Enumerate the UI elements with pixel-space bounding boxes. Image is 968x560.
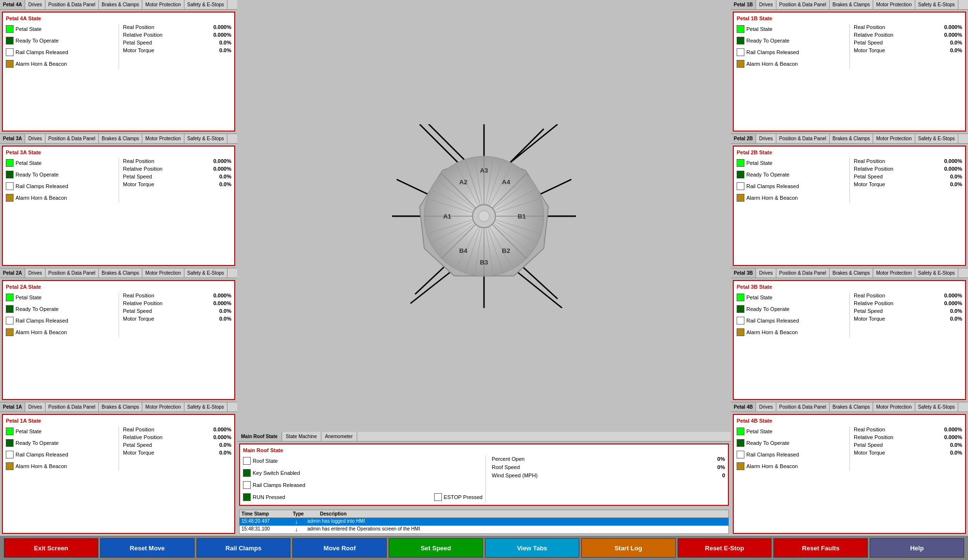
tab-safety-2b[interactable]: Safety & E-Stops xyxy=(915,134,958,143)
tab-drives-2a[interactable]: Drives xyxy=(25,268,45,278)
petal-speed-row-1b: Petal Speed 0.0% xyxy=(854,40,962,45)
tab-safety-3b[interactable]: Safety & E-Stops xyxy=(915,268,958,278)
petal-speed-label-3a: Petal Speed xyxy=(123,174,152,179)
tab-safety-1b[interactable]: Safety & E-Stops xyxy=(915,0,958,9)
alarm-horn-row-2b: Alarm Horn & Beacon xyxy=(737,193,849,203)
tab-petal-4a[interactable]: Petal 4A xyxy=(0,0,25,9)
view-tabs-button[interactable]: View Tabs xyxy=(485,538,579,558)
log-header: Time Stamp Type Description xyxy=(240,510,728,518)
petal-state-indicator-2a xyxy=(6,294,14,301)
telescope-diagram: A3 A2 A4 A1 B1 B4 B2 B3 xyxy=(392,124,576,308)
log-row-1[interactable]: 15:48:20.497 ↓ admin has logged into HMI xyxy=(240,518,728,526)
motor-torque-val-2a: 0.0% xyxy=(207,316,231,322)
tab-drives-2b[interactable]: Drives xyxy=(756,134,776,143)
tab-drives-1a[interactable]: Drives xyxy=(25,402,45,412)
rail-clamps-label-2b: Rail Clamps Released xyxy=(746,183,799,189)
set-speed-button[interactable]: Set Speed xyxy=(389,538,483,558)
rail-clamps-label-3b: Rail Clamps Released xyxy=(746,318,799,324)
petal-speed-val-1b: 0.0% xyxy=(938,40,962,45)
petal-state-indicator-1b xyxy=(737,25,744,33)
tab-safety-1a[interactable]: Safety & E-Stops xyxy=(184,402,227,412)
tab-petal-4b[interactable]: Petal 4B xyxy=(731,402,756,412)
petal-1b-grid: Petal State Ready To Operate Rail Clamps… xyxy=(737,24,962,69)
tab-motor-3a[interactable]: Motor Protection xyxy=(142,134,184,143)
tab-safety-4a[interactable]: Safety & E-Stops xyxy=(184,0,227,9)
petal-1b-tabs: Petal 1B Drives Position & Data Panel Br… xyxy=(731,0,968,10)
help-button[interactable]: Help xyxy=(870,538,964,558)
tab-safety-2a[interactable]: Safety & E-Stops xyxy=(184,268,227,278)
tab-motor-2b[interactable]: Motor Protection xyxy=(873,134,915,143)
tab-position-2b[interactable]: Position & Data Panel xyxy=(776,134,830,143)
alarm-horn-label-2a: Alarm Horn & Beacon xyxy=(15,329,67,335)
move-roof-button[interactable]: Move Roof xyxy=(292,538,387,558)
petal-3a-title: Petal 3A State xyxy=(6,149,231,155)
tab-drives-3b[interactable]: Drives xyxy=(756,268,776,278)
tab-petal-3b[interactable]: Petal 3B xyxy=(731,268,756,278)
real-pos-row-3b: Real Position 0.000% xyxy=(854,293,962,298)
rail-clamps-label-4a: Rail Clamps Released xyxy=(15,49,68,55)
motor-torque-label-3b: Motor Torque xyxy=(854,316,885,322)
reset-move-button[interactable]: Reset Move xyxy=(100,538,195,558)
tab-motor-1b[interactable]: Motor Protection xyxy=(873,0,915,9)
petal-speed-label-2b: Petal Speed xyxy=(854,174,883,179)
ready-operate-label-4b: Ready To Operate xyxy=(746,440,789,446)
petal-1a-title: Petal 1A State xyxy=(6,418,231,424)
tab-position-2a[interactable]: Position & Data Panel xyxy=(45,268,99,278)
tab-motor-4a[interactable]: Motor Protection xyxy=(142,0,184,9)
tab-brakes-1b[interactable]: Brakes & Clamps xyxy=(830,0,873,9)
tab-position-4b[interactable]: Position & Data Panel xyxy=(776,402,830,412)
rel-pos-row-3a: Relative Position 0.000% xyxy=(123,166,231,172)
rel-pos-val-2a: 0.000% xyxy=(207,300,231,306)
rel-pos-label-4b: Relative Position xyxy=(854,434,893,440)
ready-operate-row-1b: Ready To Operate xyxy=(737,36,849,45)
tab-position-4a[interactable]: Position & Data Panel xyxy=(45,0,99,9)
rel-pos-label-2b: Relative Position xyxy=(854,166,893,172)
tab-brakes-2b[interactable]: Brakes & Clamps xyxy=(830,134,873,143)
rail-clamps-label-1b: Rail Clamps Released xyxy=(746,49,799,55)
rail-clamps-button[interactable]: Rail Clamps xyxy=(197,538,291,558)
tab-drives-4a[interactable]: Drives xyxy=(25,0,45,9)
rel-pos-val-3b: 0.000% xyxy=(938,300,962,306)
motor-torque-row-2b: Motor Torque 0.0% xyxy=(854,181,962,187)
petal-3a-grid: Petal State Ready To Operate Rail Clamps… xyxy=(6,158,231,203)
tab-brakes-4b[interactable]: Brakes & Clamps xyxy=(830,402,873,412)
content-layout: Petal 4A Drives Position & Data Panel Br… xyxy=(0,0,968,536)
petal-state-row-1a: Petal State xyxy=(6,427,119,436)
log-type-2: ↓ xyxy=(289,526,303,533)
tab-safety-4b[interactable]: Safety & E-Stops xyxy=(915,402,958,412)
tab-petal-1a[interactable]: Petal 1A xyxy=(0,402,25,412)
tab-drives-4b[interactable]: Drives xyxy=(756,402,776,412)
tab-anemometer[interactable]: Anemometer xyxy=(321,432,357,441)
tab-drives-3a[interactable]: Drives xyxy=(25,134,45,143)
tab-motor-3b[interactable]: Motor Protection xyxy=(873,268,915,278)
tab-position-3a[interactable]: Position & Data Panel xyxy=(45,134,99,143)
tab-safety-3a[interactable]: Safety & E-Stops xyxy=(184,134,227,143)
tab-petal-3a[interactable]: Petal 3A xyxy=(0,134,25,143)
tab-motor-2a[interactable]: Motor Protection xyxy=(142,268,184,278)
reset-faults-button[interactable]: Reset Faults xyxy=(773,538,868,558)
tab-main-roof-state[interactable]: Main Roof State xyxy=(237,432,282,441)
tab-petal-1b[interactable]: Petal 1B xyxy=(731,0,756,9)
tab-brakes-4a[interactable]: Brakes & Clamps xyxy=(99,0,142,9)
bottom-toolbar: Exit Screen Reset Move Rail Clamps Move … xyxy=(0,536,968,560)
log-row-2[interactable]: 15:48:31.100 ↓ admin has entered the Ope… xyxy=(240,526,728,533)
tab-motor-1a[interactable]: Motor Protection xyxy=(142,402,184,412)
petal-speed-val-3a: 0.0% xyxy=(207,174,231,179)
tab-position-3b[interactable]: Position & Data Panel xyxy=(776,268,830,278)
tab-position-1a[interactable]: Position & Data Panel xyxy=(45,402,99,412)
tab-drives-1b[interactable]: Drives xyxy=(756,0,776,9)
tab-state-machine[interactable]: State Machine xyxy=(282,432,321,441)
tab-brakes-1a[interactable]: Brakes & Clamps xyxy=(99,402,142,412)
start-log-button[interactable]: Start Log xyxy=(581,538,676,558)
reset-estop-button[interactable]: Reset E-Stop xyxy=(678,538,772,558)
tab-petal-2b[interactable]: Petal 2B xyxy=(731,134,756,143)
exit-screen-button[interactable]: Exit Screen xyxy=(4,538,98,558)
tab-brakes-2a[interactable]: Brakes & Clamps xyxy=(99,268,142,278)
tab-position-1b[interactable]: Position & Data Panel xyxy=(776,0,830,9)
tab-brakes-3a[interactable]: Brakes & Clamps xyxy=(99,134,142,143)
ready-operate-indicator-4b xyxy=(737,439,744,447)
tab-motor-4b[interactable]: Motor Protection xyxy=(873,402,915,412)
rail-clamps-label-4b: Rail Clamps Released xyxy=(746,452,799,457)
tab-brakes-3b[interactable]: Brakes & Clamps xyxy=(830,268,873,278)
tab-petal-2a[interactable]: Petal 2A xyxy=(0,268,25,278)
